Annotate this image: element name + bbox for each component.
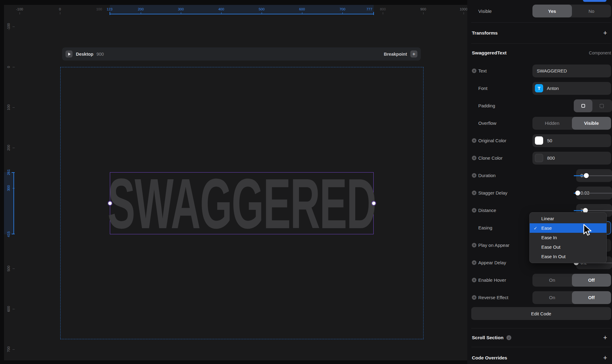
component-title: SwaggeredText	[472, 50, 589, 56]
ruler-tick-label: 261	[7, 169, 10, 175]
variable-plus-icon[interactable]: +	[472, 295, 476, 300]
ruler-tick-label: 900	[420, 7, 426, 11]
play-on-appear-label: Play on Appear	[478, 243, 532, 248]
color-swatch	[535, 154, 543, 162]
breakpoint-width: 900	[96, 52, 104, 57]
text-input[interactable]	[532, 65, 611, 77]
color-swatch	[535, 136, 543, 145]
resize-handle-right[interactable]	[372, 202, 375, 205]
reverse-effect-on-option[interactable]: On	[532, 291, 572, 304]
ruler-tick-label: 1000	[460, 7, 468, 11]
clone-color-picker[interactable]: 800	[532, 152, 611, 165]
play-icon	[68, 53, 71, 56]
visible-label: Visible	[478, 9, 532, 14]
enable-hover-toggle: On Off	[532, 274, 611, 287]
code-overrides-title: Code Overrides	[472, 355, 603, 361]
easing-label: Easing	[478, 225, 532, 230]
ruler-band-cap	[12, 234, 15, 234]
clone-color-label: Clone Color	[478, 155, 532, 161]
duration-label: Duration	[478, 173, 576, 178]
breakpoint-name[interactable]: Desktop	[76, 52, 93, 57]
enable-hover-on-option[interactable]: On	[532, 274, 572, 287]
bottom-window-edge	[0, 360, 467, 364]
menu-item-ease[interactable]: ✓ Ease	[530, 223, 606, 233]
reverse-effect-row: + Reverse Effect On Off	[467, 289, 612, 306]
visible-row: Visible Yes No	[467, 5, 612, 17]
ruler-tick-label: 415	[7, 231, 10, 237]
add-breakpoint-button[interactable]: +	[410, 50, 417, 58]
duration-row: + Duration	[467, 167, 612, 184]
variable-plus-icon[interactable]: +	[472, 138, 476, 143]
duration-slider[interactable]	[574, 173, 612, 178]
scroll-section-title: Scroll Section	[472, 335, 503, 340]
per-side-padding-button[interactable]	[592, 99, 611, 112]
overflow-visible-option[interactable]: Visible	[572, 117, 611, 130]
ruler-tick-label: 777	[366, 7, 372, 11]
ruler-tick-label: 123	[106, 7, 112, 11]
overflow-hidden-option[interactable]: Hidden	[532, 117, 572, 130]
padding-mode-toggle	[574, 99, 611, 112]
ruler-tick-label: 200	[7, 145, 10, 150]
ruler-tick-label: 700	[339, 7, 345, 11]
enable-hover-row: + Enable Hover On Off	[467, 271, 612, 289]
variable-plus-icon[interactable]: +	[472, 208, 476, 213]
menu-item-ease-out[interactable]: Ease Out	[530, 242, 606, 252]
variable-plus-icon[interactable]: +	[472, 278, 476, 282]
menu-item-ease-in[interactable]: Ease In	[530, 233, 606, 242]
stagger-delay-row: + Stagger Delay	[467, 184, 612, 202]
ruler-tick-label: 300	[7, 185, 10, 191]
text-row: + Text	[467, 62, 612, 80]
variable-plus-icon[interactable]: +	[472, 69, 476, 73]
text-label: Text	[478, 68, 532, 73]
original-color-label: Original Color	[478, 138, 532, 143]
add-scroll-section-button[interactable]: +	[603, 334, 612, 342]
framer-editor-window: -100 0 100 123 200 300 400 500 600 700 7…	[0, 0, 612, 364]
breakpoint-label: Breakpoint	[384, 52, 407, 57]
enable-hover-label: Enable Hover	[478, 277, 532, 283]
preview-play-button[interactable]	[65, 50, 73, 58]
square-icon	[581, 104, 585, 108]
original-color-picker[interactable]: 50	[532, 134, 611, 147]
scroll-section-header: Scroll Section i +	[467, 329, 612, 347]
left-window-edge	[0, 0, 4, 364]
padding-row: Padding	[467, 97, 612, 114]
menu-item-linear[interactable]: Linear	[530, 214, 606, 223]
overflow-toggle: Hidden Visible	[532, 117, 611, 130]
ruler-tick-label: 0	[59, 7, 61, 11]
visible-yes-option[interactable]: Yes	[532, 5, 572, 17]
padding-label: Padding	[478, 103, 576, 108]
menu-item-ease-in-out[interactable]: Ease In Out	[530, 252, 606, 261]
uniform-padding-button[interactable]	[574, 99, 592, 112]
checkmark-icon: ✓	[534, 226, 537, 231]
visible-no-option[interactable]: No	[572, 5, 611, 17]
variable-plus-icon[interactable]: +	[472, 173, 476, 178]
resize-handle-left[interactable]	[108, 202, 112, 205]
reverse-effect-off-option[interactable]: Off	[572, 291, 611, 304]
font-picker[interactable]: T Anton	[532, 82, 611, 95]
mouse-cursor-icon	[582, 224, 592, 236]
ruler-tick-label: 500	[259, 7, 264, 11]
info-icon[interactable]: i	[506, 335, 511, 340]
ruler-tick-label: 400	[218, 7, 224, 11]
add-transform-button[interactable]: +	[603, 29, 612, 37]
variable-plus-icon[interactable]: +	[472, 191, 476, 195]
stagger-delay-slider[interactable]	[574, 191, 612, 195]
swaggered-headline-text: SWAGGERED	[108, 168, 376, 239]
selected-component-frame[interactable]: SWAGGERED	[110, 172, 374, 234]
ruler-selection-band-horizontal	[110, 5, 374, 14]
ruler-tick-label: 200	[138, 7, 144, 11]
visible-toggle: Yes No	[532, 5, 611, 17]
ruler-tick-label: 700	[7, 346, 10, 352]
breakpoint-bar: Desktop 900 Breakpoint +	[62, 47, 421, 61]
component-section-header: SwaggeredText Component	[467, 44, 612, 62]
ruler-tick-label: -100	[7, 23, 10, 30]
ruler-tick-label: 0	[7, 66, 10, 68]
enable-hover-off-option[interactable]: Off	[572, 274, 611, 287]
variable-plus-icon[interactable]: +	[472, 156, 476, 160]
overflow-row: Overflow Hidden Visible	[467, 114, 612, 132]
variable-plus-icon[interactable]: +	[472, 260, 476, 265]
add-code-override-button[interactable]: +	[603, 354, 612, 362]
edit-code-button[interactable]: Edit Code	[471, 307, 611, 320]
code-overrides-header: Code Overrides +	[467, 347, 612, 364]
variable-plus-icon[interactable]: +	[472, 243, 476, 247]
